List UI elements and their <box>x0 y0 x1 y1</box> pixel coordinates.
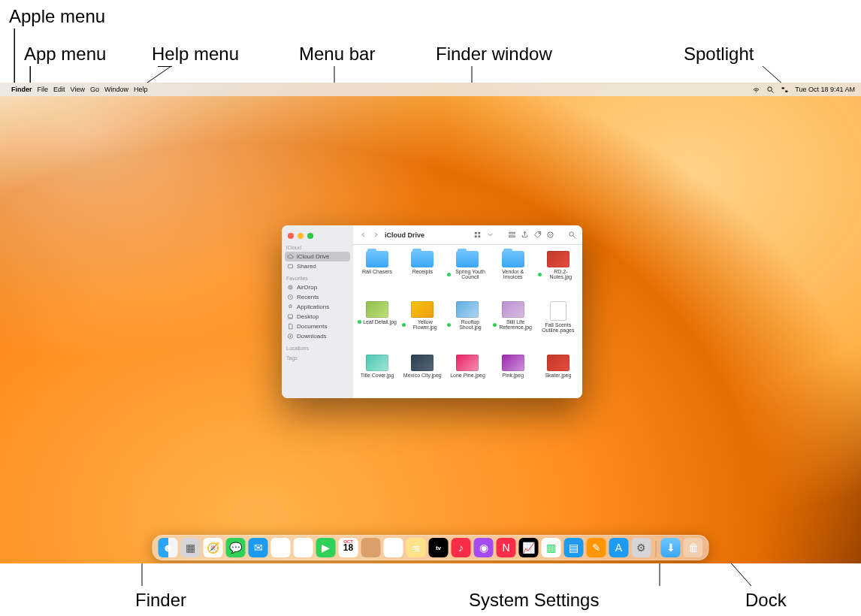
dock-app-maps[interactable]: 🗺 <box>271 538 291 557</box>
close-button[interactable] <box>288 233 294 239</box>
dock-app-messages[interactable]: 💬 <box>226 538 246 557</box>
share-button[interactable] <box>521 231 529 239</box>
tag-dot-icon <box>402 323 406 327</box>
image-icon <box>411 355 434 371</box>
file-item[interactable]: Title Cover.jpg <box>356 355 398 395</box>
dock-app-mail[interactable]: ✉︎ <box>249 538 268 557</box>
svg-line-5 <box>763 66 783 84</box>
file-item[interactable]: Skater.jpeg <box>537 355 579 395</box>
sidebar-item-airdrop[interactable]: AirDrop <box>285 282 350 292</box>
menu-go[interactable]: Go <box>90 86 99 93</box>
dock-app-music[interactable]: ♪ <box>452 538 471 557</box>
spotlight-icon[interactable] <box>766 86 775 94</box>
image-icon <box>411 301 434 318</box>
file-label: Mexico City.jpeg <box>403 373 442 378</box>
wifi-icon[interactable] <box>752 86 760 94</box>
menu-file[interactable]: File <box>38 86 49 93</box>
svg-line-2 <box>145 66 171 84</box>
dock-app-calendar[interactable]: OCT18 <box>339 538 358 557</box>
dock-app-reminders[interactable]: ☰ <box>384 538 403 557</box>
dock-app-downloads[interactable]: ⬇︎ <box>661 538 681 557</box>
file-item[interactable]: RD.2-Notes.jpg <box>537 251 579 297</box>
sidebar-heading: Locations <box>286 346 349 351</box>
file-label: Leaf Detail.jpg <box>358 319 397 325</box>
sidebar-item-shared[interactable]: Shared <box>285 261 350 271</box>
sidebar-item-applications[interactable]: Applications <box>285 302 350 312</box>
control-center-icon[interactable] <box>781 86 789 94</box>
finder-window[interactable]: iCloudiCloud DriveSharedFavoritesAirDrop… <box>282 225 582 398</box>
menu-window[interactable]: Window <box>104 86 128 93</box>
file-item[interactable]: Fall Scents Outline.pages <box>537 301 579 350</box>
sidebar-item-downloads[interactable]: Downloads <box>285 331 350 341</box>
menu-help[interactable]: Help <box>134 86 148 93</box>
back-button[interactable] <box>359 231 367 239</box>
menubar-clock[interactable]: Tue Oct 18 9:41 AM <box>795 86 855 93</box>
dock-app-finder[interactable]: ☻ <box>159 538 178 557</box>
dock-app-safari[interactable]: 🧭 <box>204 538 223 557</box>
dock-app-podcasts[interactable]: ◉ <box>474 538 494 557</box>
dock-app-app-store[interactable]: A <box>609 538 629 557</box>
dock-app-stocks[interactable]: 📈 <box>519 538 539 557</box>
app-menu[interactable]: Finder <box>11 86 32 93</box>
dock-app-trash[interactable]: 🗑 <box>684 538 703 557</box>
image-icon <box>366 355 388 371</box>
file-label: Fall Scents Outline.pages <box>538 322 579 334</box>
search-button[interactable] <box>568 231 576 239</box>
file-item[interactable]: Spring Youth Council <box>446 251 488 297</box>
dock-app-keynote[interactable]: ▤ <box>564 538 584 557</box>
dock-app-system-settings[interactable]: ⚙︎ <box>632 538 651 557</box>
dock-app-photos[interactable]: ✿ <box>294 538 313 557</box>
sidebar-item-recents[interactable]: Recents <box>285 292 350 302</box>
dock-app-launchpad[interactable]: ▦ <box>181 538 201 557</box>
file-item[interactable]: Pink.jpeg <box>492 355 534 395</box>
finder-sidebar: iCloudiCloud DriveSharedFavoritesAirDrop… <box>282 225 353 398</box>
menu-view[interactable]: View <box>71 86 85 93</box>
dock-app-news[interactable]: N <box>497 538 516 557</box>
forward-button[interactable] <box>372 231 380 239</box>
sidebar-item-documents[interactable]: Documents <box>285 322 350 331</box>
minimize-button[interactable] <box>298 233 304 239</box>
svg-rect-21 <box>478 232 480 234</box>
file-item[interactable]: Receipts <box>401 251 443 297</box>
dock-app-tv[interactable]: tv <box>429 538 449 557</box>
dock-app-contacts[interactable] <box>361 538 381 557</box>
dock-app-notes[interactable]: ≣ <box>406 538 426 557</box>
callout-help-menu: Help menu <box>152 44 239 65</box>
svg-rect-25 <box>509 236 515 237</box>
dock: ☻▦🧭💬✉︎🗺✿▶OCT18☰≣tv♪◉N📈▥▤✎A⚙︎⬇︎🗑 <box>153 535 709 560</box>
svg-rect-17 <box>289 315 293 318</box>
file-label: Receipts <box>412 269 433 274</box>
menu-edit[interactable]: Edit <box>53 86 65 93</box>
action-button[interactable] <box>546 231 554 239</box>
sidebar-item-desktop[interactable]: Desktop <box>285 312 350 322</box>
group-button[interactable] <box>508 231 516 239</box>
file-label: Spring Youth Council <box>447 269 488 280</box>
file-item[interactable]: Lone Pine.jpeg <box>446 355 488 395</box>
dock-app-numbers[interactable]: ▥ <box>542 538 561 557</box>
svg-point-27 <box>548 232 553 237</box>
file-item[interactable]: Rooftop Shoot.jpg <box>446 301 488 350</box>
tag-dot-icon <box>493 323 497 327</box>
sidebar-item-icloud-drive[interactable]: iCloud Drive <box>285 252 350 261</box>
file-item[interactable]: Still Life Reference.jpg <box>492 301 534 350</box>
image-icon <box>456 301 479 318</box>
image-icon <box>456 355 479 371</box>
folder-icon <box>411 251 434 267</box>
file-item[interactable]: Mexico City.jpeg <box>401 355 443 395</box>
view-icons-button[interactable] <box>473 231 482 239</box>
file-item[interactable]: Rail Chasers <box>356 251 398 297</box>
file-item[interactable]: Yellow Flower.jpg <box>401 301 443 350</box>
sidebar-heading: iCloud <box>286 245 349 250</box>
dock-app-facetime[interactable]: ▶ <box>316 538 336 557</box>
file-item[interactable]: Vendor & Invoices <box>492 251 534 297</box>
tags-button[interactable] <box>533 231 542 239</box>
fullscreen-button[interactable] <box>307 233 313 239</box>
menu-bar: Finder File Edit View Go Window Help Tue… <box>0 83 861 96</box>
svg-point-14 <box>289 286 291 288</box>
file-label: Rail Chasers <box>362 269 392 274</box>
sidebar-heading: Favorites <box>286 276 349 281</box>
dock-app-pages[interactable]: ✎ <box>587 538 606 557</box>
view-options-button[interactable] <box>486 231 494 239</box>
callout-spotlight: Spotlight <box>684 44 754 65</box>
file-item[interactable]: Leaf Detail.jpg <box>356 301 398 350</box>
